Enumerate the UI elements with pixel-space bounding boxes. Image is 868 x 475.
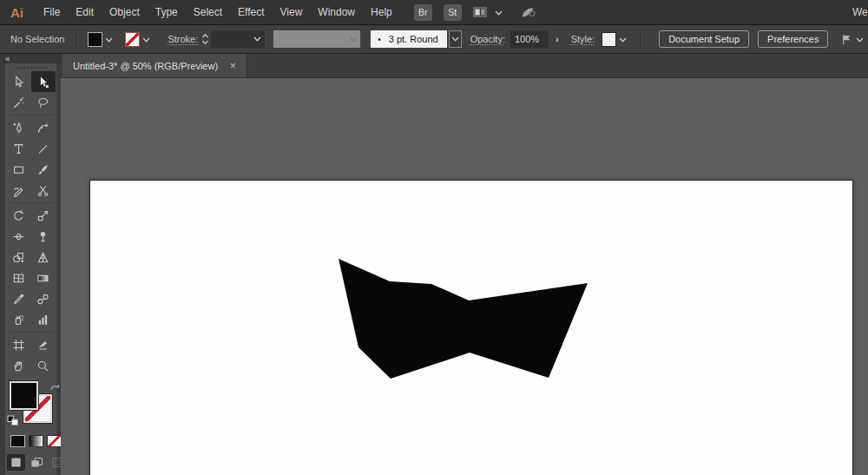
arrange-documents-icon[interactable] xyxy=(473,6,487,18)
blend-tool[interactable] xyxy=(31,288,56,309)
arrange-documents-chevron-icon[interactable] xyxy=(495,10,503,16)
menu-item-window[interactable]: Window xyxy=(310,6,363,18)
brush-definition-chevron-icon[interactable] xyxy=(449,30,462,48)
eyedropper-tool[interactable] xyxy=(7,288,31,309)
scissors-tool[interactable] xyxy=(31,180,56,201)
menu-item-object[interactable]: Object xyxy=(102,6,148,18)
curvature-tool[interactable] xyxy=(31,117,56,138)
rotate-tool[interactable] xyxy=(7,205,31,226)
bridge-button[interactable]: Br xyxy=(414,4,432,21)
document-tab-bar: Untitled-3* @ 50% (RGB/Preview) × xyxy=(61,54,868,78)
pen-tool[interactable] xyxy=(7,117,31,138)
menu-item-effect[interactable]: Effect xyxy=(230,6,272,18)
menu-item-view[interactable]: View xyxy=(273,6,311,18)
control-bar: No Selection Stroke: •3 pt. Round Opacit… xyxy=(0,25,868,54)
pasteboard[interactable] xyxy=(61,78,868,475)
style-swatch[interactable] xyxy=(602,32,616,47)
style-panel-link[interactable]: Style: xyxy=(571,34,595,44)
gpu-performance-icon[interactable] xyxy=(520,5,536,20)
stock-button[interactable]: St xyxy=(444,4,462,21)
shaper-tool[interactable] xyxy=(7,180,31,201)
workspace-switcher[interactable]: We xyxy=(852,6,868,18)
symbol-sprayer-tool[interactable] xyxy=(7,309,31,330)
collapse-panel-icon[interactable]: « xyxy=(5,54,10,63)
panel-drag-grip[interactable] xyxy=(5,63,56,71)
brush-definition-combo[interactable]: •3 pt. Round xyxy=(371,30,461,48)
menu-item-help[interactable]: Help xyxy=(363,6,400,18)
drawn-shape[interactable] xyxy=(339,259,588,379)
selection-tool[interactable] xyxy=(7,71,31,92)
scale-icon xyxy=(36,209,49,222)
rectangle-tool[interactable] xyxy=(7,159,31,180)
column-graph-icon xyxy=(36,313,49,327)
stroke-width-stepper[interactable] xyxy=(201,32,209,46)
preferences-button[interactable]: Preferences xyxy=(758,30,828,48)
menu-item-edit[interactable]: Edit xyxy=(68,6,102,18)
paintbrush-tool[interactable] xyxy=(31,159,56,180)
document-tab-title: Untitled-3* @ 50% (RGB/Preview) xyxy=(73,61,218,71)
puppet-warp-tool[interactable] xyxy=(31,226,56,247)
zoom-tool[interactable] xyxy=(31,355,56,376)
lasso-tool[interactable] xyxy=(31,92,56,113)
draw-normal-button[interactable] xyxy=(7,454,25,471)
gradient-tool[interactable] xyxy=(31,267,56,288)
default-fill-stroke-icon[interactable] xyxy=(7,414,19,430)
type-icon xyxy=(12,142,25,155)
style-chevron-icon[interactable] xyxy=(619,37,627,43)
touch-workspace-icon[interactable] xyxy=(840,33,853,46)
fill-color-chevron-icon[interactable] xyxy=(105,37,113,43)
line-segment-tool[interactable] xyxy=(31,138,56,159)
opacity-panel-link[interactable]: Opacity: xyxy=(470,34,505,44)
tool-group-divider xyxy=(7,330,56,334)
stroke-color-swatch[interactable] xyxy=(125,32,140,47)
menu-item-select[interactable]: Select xyxy=(186,6,230,18)
document-setup-button[interactable]: Document Setup xyxy=(659,30,749,48)
draw-mode-buttons xyxy=(7,454,67,471)
magic-wand-tool[interactable] xyxy=(7,92,31,113)
hand-tool[interactable] xyxy=(7,355,31,376)
hand-icon xyxy=(12,360,25,373)
draw-behind-button[interactable] xyxy=(28,454,46,471)
menu-items: FileEditObjectTypeSelectEffectViewWindow… xyxy=(36,6,400,18)
scale-tool[interactable] xyxy=(31,205,56,226)
fill-color-swatch[interactable] xyxy=(88,32,102,47)
curvature-icon xyxy=(36,122,49,135)
close-tab-icon[interactable]: × xyxy=(230,61,236,71)
lasso-icon xyxy=(36,96,49,109)
shape-builder-tool[interactable] xyxy=(7,247,31,267)
menu-item-type[interactable]: Type xyxy=(148,6,186,18)
rotate-icon xyxy=(12,209,25,222)
color-mode-button[interactable] xyxy=(10,435,25,447)
menu-item-file[interactable]: File xyxy=(36,6,68,18)
line-icon xyxy=(36,142,49,155)
perspective-grid-tool[interactable] xyxy=(31,247,56,267)
fill-stroke-controls xyxy=(5,376,56,475)
none-mode-button[interactable] xyxy=(47,435,62,447)
opacity-arrow-button[interactable]: › xyxy=(556,34,559,44)
brush-definition-value[interactable]: •3 pt. Round xyxy=(371,30,446,48)
zoom-icon xyxy=(36,360,49,373)
column-graph-tool[interactable] xyxy=(31,309,56,330)
gradient-icon xyxy=(36,272,49,285)
touch-workspace-chevron-icon[interactable] xyxy=(856,37,864,43)
opacity-input[interactable]: 100% xyxy=(510,30,549,48)
type-tool[interactable] xyxy=(7,138,31,159)
fill-swatch[interactable] xyxy=(10,381,38,410)
width-tool[interactable] xyxy=(7,226,31,247)
puppet-warp-icon xyxy=(36,230,49,243)
document-tab[interactable]: Untitled-3* @ 50% (RGB/Preview) × xyxy=(62,54,247,77)
menubar-app-buttons: Br St xyxy=(414,4,542,21)
selection-status-label: No Selection xyxy=(10,34,64,44)
stroke-panel-link[interactable]: Stroke: xyxy=(168,34,198,44)
mesh-tool[interactable] xyxy=(7,267,31,288)
stroke-color-chevron-icon[interactable] xyxy=(142,37,150,43)
slice-tool[interactable] xyxy=(31,334,56,355)
paintbrush-icon xyxy=(36,163,49,176)
stroke-width-select[interactable] xyxy=(211,30,265,48)
tools-panel: « xyxy=(0,54,61,475)
slice-icon xyxy=(36,339,49,352)
artboard-tool[interactable] xyxy=(7,334,31,355)
gradient-mode-button[interactable] xyxy=(29,435,43,447)
tools-panel-body xyxy=(5,63,56,475)
direct-selection-tool[interactable] xyxy=(31,71,56,92)
